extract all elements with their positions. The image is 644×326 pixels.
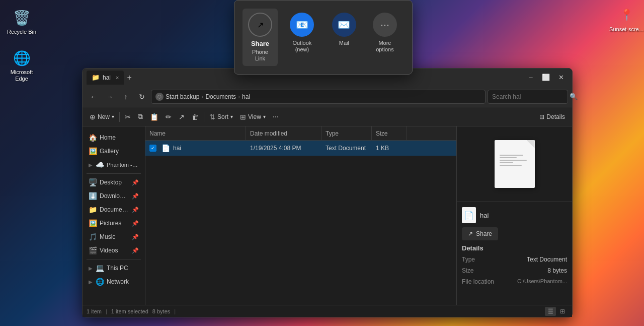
col-header-date[interactable]: Date modified [246, 126, 321, 140]
paste-button[interactable]: 📋 [147, 110, 162, 124]
grid-view-button[interactable]: ⊞ [557, 307, 568, 316]
details-filename-row: 📄 hai [462, 207, 567, 223]
documents-label: Documents [100, 206, 129, 213]
mail-label: Mail [339, 40, 349, 46]
separator-1 [119, 112, 120, 122]
more-options-label: More options [370, 40, 400, 53]
col-header-type[interactable]: Type [321, 126, 372, 140]
home-icon: 🏠 [89, 134, 97, 142]
videos-label: Videos [100, 247, 129, 254]
nav-toolbar: ← → ↑ ↻ ⬡ Start backup › Documents › hai… [83, 86, 572, 107]
delete-button[interactable]: 🗑 [189, 110, 202, 124]
file-date-cell: 1/19/2025 4:08 PM [246, 141, 321, 155]
new-button[interactable]: ⊕ New ▾ [87, 110, 117, 124]
music-label: Music [100, 233, 129, 240]
downloads-pin: 📌 [132, 193, 139, 200]
sidebar: 🏠 Home 🖼️ Gallery ▶ ☁️ Phantom - Persc 🖥… [83, 126, 145, 305]
tab-close-button[interactable]: × [116, 75, 119, 81]
share-outlook[interactable]: 📧 Outlook (new) [282, 9, 323, 66]
outlook-label: Outlook (new) [286, 40, 318, 53]
sort-button[interactable]: ⇅ Sort ▾ [206, 110, 236, 124]
phone-link-icon: ↗ [248, 13, 272, 37]
address-bar[interactable]: ⬡ Start backup › Documents › hai [151, 90, 486, 104]
details-share-icon: ↗ [468, 230, 473, 237]
share-phone-link[interactable]: ↗ Share Phone Link [243, 9, 278, 66]
sidebar-item-documents[interactable]: 📁 Documents 📌 [85, 203, 143, 216]
details-share-button[interactable]: ↗ Share [462, 227, 498, 240]
detail-location-row: File location C:\Users\Phantom... [462, 278, 567, 285]
sidebar-item-music[interactable]: 🎵 Music 📌 [85, 230, 143, 243]
documents-pin: 📌 [132, 207, 139, 213]
col-header-size[interactable]: Size [372, 126, 407, 140]
sunset-screenshot-label: Sunset-scre... [609, 26, 643, 33]
details-panel-icon: ⊟ [539, 113, 544, 120]
list-view-button[interactable]: ☰ [545, 307, 556, 316]
share-button[interactable]: ↗ [176, 110, 188, 124]
network-label: Network [107, 278, 139, 285]
sidebar-item-network[interactable]: ▶ 🌐 Network [85, 275, 143, 288]
music-icon: 🎵 [89, 233, 97, 241]
share-more-options[interactable]: ⋯ More options [366, 9, 404, 66]
desktop-pin: 📌 [132, 179, 139, 186]
details-section-title: Details [462, 244, 567, 252]
sidebar-item-pictures[interactable]: 🖼️ Pictures 📌 [85, 217, 143, 230]
sunset-screenshot-icon[interactable]: 📍 Sunset-scre... [609, 5, 644, 33]
details-panel-button[interactable]: ⊟ Details [536, 110, 568, 124]
videos-icon: 🎬 [89, 246, 97, 254]
more-command-button[interactable]: ⋯ [270, 110, 282, 124]
back-button[interactable]: ← [87, 90, 101, 104]
microsoft-edge-icon[interactable]: 🌐 Microsoft Edge [4, 48, 39, 82]
gallery-label: Gallery [100, 148, 139, 155]
selected-size: 8 bytes [152, 308, 170, 314]
rename-button[interactable]: ✏ [163, 110, 175, 124]
more-options-icon: ⋯ [373, 13, 397, 37]
view-button[interactable]: ⊞ View ▾ [237, 110, 269, 124]
sort-icon: ⇅ [209, 113, 215, 121]
view-toggle: ☰ ⊞ [545, 307, 568, 316]
maximize-button[interactable]: ⬜ [539, 72, 553, 83]
detail-type-row: Type Text Document [462, 256, 567, 263]
share-popup: ↗ Share Phone Link 📧 Outlook (new) ✉️ Ma… [234, 0, 413, 75]
file-checkbox[interactable]: ✓ [149, 145, 156, 152]
content-area: 🏠 Home 🖼️ Gallery ▶ ☁️ Phantom - Persc 🖥… [83, 126, 572, 305]
refresh-button[interactable]: ↻ [135, 90, 149, 104]
forward-button[interactable]: → [103, 90, 117, 104]
sidebar-item-downloads[interactable]: ⬇️ Downloads 📌 [85, 189, 143, 203]
table-row[interactable]: ✓ 📄 hai 1/19/2025 4:08 PM Text Document … [145, 141, 456, 156]
file-name-cell: ✓ 📄 hai [145, 141, 246, 155]
breadcrumb-hai[interactable]: hai [242, 93, 250, 100]
search-input[interactable] [492, 93, 568, 100]
new-tab-button[interactable]: + [124, 73, 134, 82]
col-header-name[interactable]: Name [145, 126, 246, 140]
details-share-label: Share [476, 230, 492, 237]
breadcrumb-documents[interactable]: Documents [205, 93, 236, 100]
sidebar-item-phantom[interactable]: ▶ ☁️ Phantom - Persc [85, 158, 143, 171]
network-icon: 🌐 [96, 278, 104, 286]
phantom-label: Phantom - Persc [107, 162, 139, 168]
copy-button[interactable]: ⧉ [135, 110, 146, 124]
close-button[interactable]: ✕ [554, 72, 568, 83]
preview-thumbnail [495, 140, 535, 188]
recycle-bin-icon[interactable]: 🗑️ Recycle Bin [4, 8, 39, 35]
gallery-icon: 🖼️ [89, 147, 97, 155]
microsoft-edge-label: Microsoft Edge [4, 69, 39, 82]
sidebar-item-gallery[interactable]: 🖼️ Gallery [85, 145, 143, 158]
tab-title: hai [103, 74, 111, 81]
recycle-bin-label: Recycle Bin [7, 29, 36, 35]
share-icon: ↗ [179, 113, 185, 121]
search-box[interactable]: 🔍 [488, 90, 568, 104]
details-filename-text: hai [480, 212, 489, 219]
outlook-icon: 📧 [290, 13, 314, 37]
pictures-pin: 📌 [132, 220, 139, 227]
sidebar-item-home[interactable]: 🏠 Home [85, 131, 143, 144]
sidebar-item-desktop[interactable]: 🖥️ Desktop 📌 [85, 176, 143, 189]
cut-button[interactable]: ✂ [122, 110, 134, 124]
share-mail[interactable]: ✉️ Mail [327, 9, 362, 66]
up-button[interactable]: ↑ [119, 90, 133, 104]
sidebar-item-videos[interactable]: 🎬 Videos 📌 [85, 244, 143, 257]
minimize-button[interactable]: – [524, 72, 538, 83]
explorer-tab[interactable]: 📁 hai × [87, 71, 124, 85]
details-panel: 📄 hai ↗ Share Details Type Text Document… [456, 126, 572, 305]
breadcrumb-start-backup[interactable]: Start backup [166, 93, 199, 100]
sidebar-item-this-pc[interactable]: ▶ 💻 This PC [85, 262, 143, 275]
